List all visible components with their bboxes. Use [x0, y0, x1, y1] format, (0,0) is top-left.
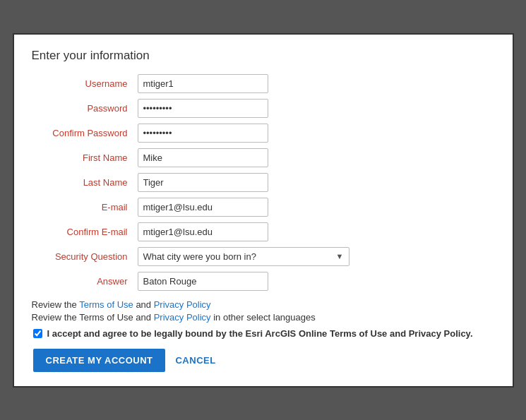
username-row: Username — [32, 74, 495, 93]
confirm-email-row: Confirm E-mail — [32, 222, 495, 241]
confirm-password-row: Confirm Password — [32, 124, 495, 143]
firstname-row: First Name — [32, 148, 495, 167]
security-question-wrapper: What city were you born in? What is your… — [138, 247, 349, 266]
terms-line2: Review the Terms of Use and Privacy Poli… — [32, 312, 495, 323]
terms-line1-prefix: Review the — [32, 299, 80, 310]
main-dialog: Enter your information Username Password… — [13, 33, 514, 388]
username-input[interactable] — [138, 74, 268, 93]
answer-row: Answer — [32, 272, 495, 291]
button-row: CREATE MY ACCOUNT CANCEL — [32, 349, 495, 372]
email-input[interactable] — [138, 198, 268, 217]
security-question-label: Security Question — [32, 251, 138, 262]
firstname-input[interactable] — [138, 148, 268, 167]
privacy-policy-link2[interactable]: Privacy Policy — [154, 312, 211, 323]
lastname-input[interactable] — [138, 173, 268, 192]
password-row: Password — [32, 99, 495, 118]
confirm-email-input[interactable] — [138, 222, 268, 241]
security-question-select[interactable]: What city were you born in? What is your… — [138, 247, 349, 266]
dialog-title: Enter your information — [32, 49, 495, 63]
terms-line2-prefix: Review the Terms of Use and — [32, 312, 154, 323]
terms-line1-middle: and — [133, 299, 154, 310]
answer-label: Answer — [32, 276, 138, 287]
confirm-password-input[interactable] — [138, 124, 268, 143]
terms-line2-suffix: in other select languages — [211, 312, 316, 323]
lastname-row: Last Name — [32, 173, 495, 192]
lastname-label: Last Name — [32, 177, 138, 188]
terms-of-use-link1[interactable]: Terms of Use — [79, 299, 133, 310]
terms-section: Review the Terms of Use and Privacy Poli… — [32, 299, 495, 323]
security-question-row: Security Question What city were you bor… — [32, 247, 495, 266]
firstname-label: First Name — [32, 152, 138, 163]
confirm-password-label: Confirm Password — [32, 128, 138, 138]
username-label: Username — [32, 78, 138, 89]
confirm-email-label: Confirm E-mail — [32, 227, 138, 237]
email-label: E-mail — [32, 202, 138, 212]
accept-checkbox[interactable] — [33, 329, 42, 338]
answer-input[interactable] — [138, 272, 268, 291]
terms-line1: Review the Terms of Use and Privacy Poli… — [32, 299, 495, 310]
privacy-policy-link1[interactable]: Privacy Policy — [154, 299, 211, 310]
cancel-button[interactable]: CANCEL — [175, 355, 215, 366]
accept-row: I accept and agree to be legally bound b… — [32, 328, 495, 339]
email-row: E-mail — [32, 198, 495, 217]
password-label: Password — [32, 103, 138, 114]
accept-label: I accept and agree to be legally bound b… — [47, 328, 473, 339]
create-account-button[interactable]: CREATE MY ACCOUNT — [33, 349, 166, 372]
password-input[interactable] — [138, 99, 268, 118]
